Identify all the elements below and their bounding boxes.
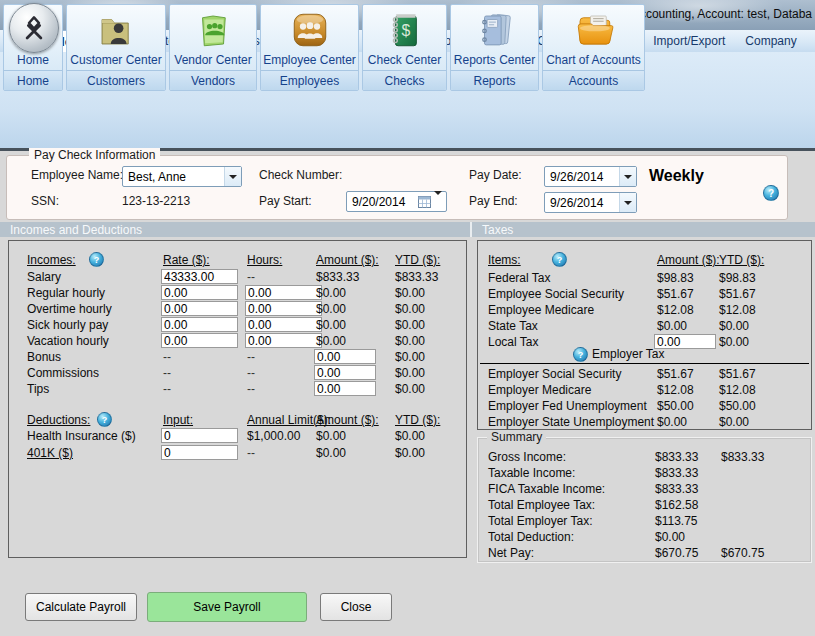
tax-ytd: $50.00 <box>719 399 756 413</box>
income-amount: $833.33 <box>316 270 359 284</box>
summary-row-net-pay: Net Pay: $670.75 $670.75 <box>478 546 811 562</box>
tax-ytd: $12.08 <box>719 303 756 317</box>
menu-help[interactable]: Help <box>807 30 815 52</box>
income-ytd: $0.00 <box>395 334 425 348</box>
employee-name-value: Best, Anne <box>123 170 224 184</box>
salary-rate-input[interactable] <box>161 269 238 284</box>
deduction-401k-input[interactable] <box>161 445 238 460</box>
income-hours: -- <box>247 270 255 284</box>
income-label: Regular hourly <box>27 286 105 300</box>
calculate-payroll-button[interactable]: Calculate Payroll <box>25 593 137 621</box>
employer-tax-label: Employer Tax <box>592 347 664 361</box>
summary-row-total-deduction: Total Deduction: $0.00 <box>478 530 811 546</box>
summary-amount: $833.33 <box>655 482 698 496</box>
deductions-header-row: Deductions: ? Input: Annual Limit($): Am… <box>9 413 466 429</box>
health-insurance-input[interactable] <box>161 428 238 443</box>
deduction-row-health-insurance: Health Insurance ($) $1,000.00 $0.00 $0.… <box>9 429 466 445</box>
income-amount: $0.00 <box>316 302 346 316</box>
toolbar-vendor-center-button[interactable]: Vendor Center Vendors <box>169 4 257 91</box>
svg-text:$: $ <box>401 22 410 39</box>
summary-box: Summary Gross Income: $833.33 $833.33 Ta… <box>477 437 812 563</box>
employee-name-label: Employee Name: <box>31 168 123 182</box>
summary-amount: $833.33 <box>655 466 698 480</box>
income-label: Overtime hourly <box>27 302 112 316</box>
summary-amount: $113.75 <box>655 514 698 528</box>
income-row-vacation-hourly: Vacation hourly $0.00 $0.00 <box>9 334 466 350</box>
paycheck-info-title: Pay Check Information <box>29 148 160 162</box>
tax-label: Employer Medicare <box>488 383 591 397</box>
income-label: Bonus <box>27 350 61 364</box>
income-ytd: $833.33 <box>395 270 438 284</box>
tax-label: Federal Tax <box>488 271 550 285</box>
income-ytd: $0.00 <box>395 350 425 364</box>
tips-amount-input[interactable] <box>314 381 376 396</box>
vendor-folder-icon <box>192 7 234 53</box>
deduction-limit: -- <box>247 446 255 460</box>
summary-row-gross-income: Gross Income: $833.33 $833.33 <box>478 450 811 466</box>
employer-tax-help-icon[interactable]: ? <box>573 347 588 362</box>
income-row-salary: Salary -- $833.33 $833.33 <box>9 270 466 286</box>
regular-hourly-rate-input[interactable] <box>161 285 238 300</box>
income-ytd: $0.00 <box>395 366 425 380</box>
tax-row-federal: Federal Tax $98.83 $98.83 <box>478 271 811 287</box>
summary-ytd: $833.33 <box>721 450 764 464</box>
taxes-help-icon[interactable]: ? <box>552 252 567 267</box>
menu-company[interactable]: Company <box>735 30 806 52</box>
help-icon[interactable]: ? <box>763 185 779 201</box>
toolbar-check-center-button[interactable]: $ Check Center Checks <box>362 4 447 91</box>
menu-import-export[interactable]: Import/Export <box>643 30 735 52</box>
pay-end-select[interactable]: 9/26/2014 <box>544 192 637 213</box>
tax-row-employer-social-security: Employer Social Security $51.67 $51.67 <box>478 367 811 383</box>
ssn-value: 123-13-2213 <box>122 194 190 208</box>
taxes-header-row: Items: ? Amount ($): YTD ($): <box>478 253 811 269</box>
deduction-limit: $1,000.00 <box>247 429 300 443</box>
tax-amount: $12.08 <box>657 383 694 397</box>
tax-label: Employee Medicare <box>488 303 594 317</box>
income-amount: $0.00 <box>316 318 346 332</box>
section-divider <box>470 222 472 237</box>
income-rate: -- <box>163 350 171 364</box>
rate-header: Rate ($): <box>163 253 210 267</box>
vacation-hourly-hours-input[interactable] <box>245 333 322 348</box>
toolbar-customer-center-button[interactable]: Customer Center Customers <box>66 4 166 91</box>
toolbar-employee-center-button[interactable]: Employee Center Employees <box>260 4 359 91</box>
tax-amount: $98.83 <box>657 271 694 285</box>
pay-date-select[interactable]: 9/26/2014 <box>544 166 637 187</box>
save-payroll-button[interactable]: Save Payroll <box>147 592 307 622</box>
tax-row-employer-fed-unemployment: Employer Fed Unemployment $50.00 $50.00 <box>478 399 811 415</box>
toolbar-chart-of-accounts-button[interactable]: Chart of Accounts Accounts <box>542 4 645 91</box>
overtime-hourly-hours-input[interactable] <box>245 301 322 316</box>
app-logo-button[interactable] <box>9 3 59 53</box>
tax-amount: $0.00 <box>657 319 687 333</box>
vacation-hourly-rate-input[interactable] <box>161 333 238 348</box>
sick-hourly-rate-input[interactable] <box>161 317 238 332</box>
pay-start-datepicker[interactable]: 9/20/2014 <box>346 191 447 212</box>
commissions-amount-input[interactable] <box>314 365 376 380</box>
bonus-amount-input[interactable] <box>314 349 376 364</box>
income-ytd: $0.00 <box>395 382 425 396</box>
deduction-label: Health Insurance ($) <box>27 429 136 443</box>
income-row-overtime-hourly: Overtime hourly $0.00 $0.00 <box>9 302 466 318</box>
summary-label: Total Employer Tax: <box>488 514 593 528</box>
ytd-header: YTD ($): <box>395 413 440 427</box>
tax-ytd: $0.00 <box>719 415 749 429</box>
summary-row-fica-taxable-income: FICA Taxable Income: $833.33 <box>478 482 811 498</box>
deductions-help-icon[interactable]: ? <box>97 412 112 427</box>
employee-name-select[interactable]: Best, Anne <box>122 166 242 187</box>
sick-hourly-hours-input[interactable] <box>245 317 322 332</box>
incomes-header: Incomes: <box>27 253 76 267</box>
income-rate: -- <box>163 382 171 396</box>
toolbar-employee-center-title: Employee Center <box>263 53 356 68</box>
deduction-401k-link[interactable]: 401K ($) <box>27 446 73 460</box>
taxes-box: Items: ? Amount ($): YTD ($): Federal Ta… <box>477 240 812 430</box>
toolbar-chart-of-accounts-subtitle: Accounts <box>543 70 644 90</box>
window-title: ezAccounting, Account: test, Databa <box>619 7 812 21</box>
summary-label: FICA Taxable Income: <box>488 482 605 496</box>
close-button[interactable]: Close <box>320 593 392 621</box>
toolbar-reports-center-button[interactable]: Reports Center Reports <box>450 4 539 91</box>
income-rate: -- <box>163 366 171 380</box>
incomes-help-icon[interactable]: ? <box>89 252 104 267</box>
regular-hourly-hours-input[interactable] <box>245 285 322 300</box>
tax-row-employee-social-security: Employee Social Security $51.67 $51.67 <box>478 287 811 303</box>
overtime-hourly-rate-input[interactable] <box>161 301 238 316</box>
